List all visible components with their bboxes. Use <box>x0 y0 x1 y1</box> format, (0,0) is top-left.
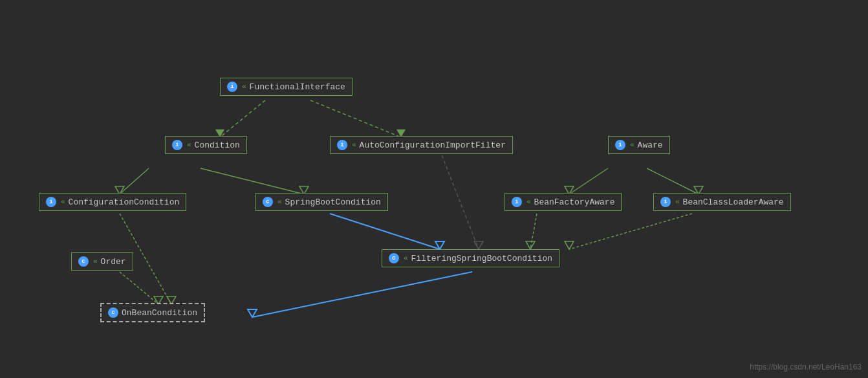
svg-line-14 <box>330 214 440 249</box>
icon-configurationcondition: i <box>46 197 56 207</box>
node-configurationcondition[interactable]: i « ConfigurationCondition <box>39 193 186 211</box>
svg-marker-9 <box>474 241 483 249</box>
svg-line-4 <box>120 168 149 194</box>
node-beanfactoryaware[interactable]: i « BeanFactoryAware <box>505 193 622 211</box>
svg-line-0 <box>220 100 265 137</box>
node-autoconfigurationimportfilter[interactable]: i « AutoConfigurationImportFilter <box>330 136 513 154</box>
icon-beanclassloaderaware: i <box>660 197 671 207</box>
node-filteringspringbootcondition[interactable]: c « FilteringSpringBootCondition <box>382 249 559 267</box>
node-condition[interactable]: i « Condition <box>165 136 247 154</box>
node-beanclassloaderaware[interactable]: i « BeanClassLoaderAware <box>653 193 791 211</box>
icon-beanfactoryaware: i <box>512 197 522 207</box>
svg-marker-17 <box>526 241 535 249</box>
watermark: https://blog.csdn.net/LeoHan163 <box>750 362 862 372</box>
svg-line-12 <box>647 168 699 194</box>
icon-order: c <box>78 256 89 267</box>
svg-line-10 <box>569 168 608 194</box>
icon-condition: i <box>172 140 182 150</box>
svg-line-16 <box>530 214 537 249</box>
svg-line-22 <box>120 272 158 304</box>
node-springbootcondition[interactable]: c « SpringBootCondition <box>255 193 388 211</box>
svg-marker-19 <box>565 241 574 249</box>
icon-autoconfigurationimportfilter: i <box>337 140 347 150</box>
svg-line-18 <box>569 214 692 249</box>
icon-functionalinterface: i <box>227 82 237 92</box>
svg-line-24 <box>252 272 472 317</box>
node-onbeancondition[interactable]: c OnBeanCondition <box>100 303 205 322</box>
icon-filteringspringbootcondition: c <box>389 253 399 263</box>
icon-onbeancondition: c <box>108 307 118 318</box>
svg-line-6 <box>201 168 304 194</box>
svg-marker-25 <box>248 309 257 317</box>
node-functionalinterface[interactable]: i « FunctionalInterface <box>220 78 353 96</box>
svg-marker-15 <box>435 241 444 249</box>
icon-aware: i <box>615 140 625 150</box>
svg-line-2 <box>310 100 401 137</box>
node-aware[interactable]: i « Aware <box>608 136 670 154</box>
node-order[interactable]: c « Order <box>71 252 133 271</box>
diagram-container: i « FunctionalInterface i « Condition i … <box>0 0 868 378</box>
icon-springbootcondition: c <box>263 197 273 207</box>
svg-line-8 <box>440 150 479 249</box>
